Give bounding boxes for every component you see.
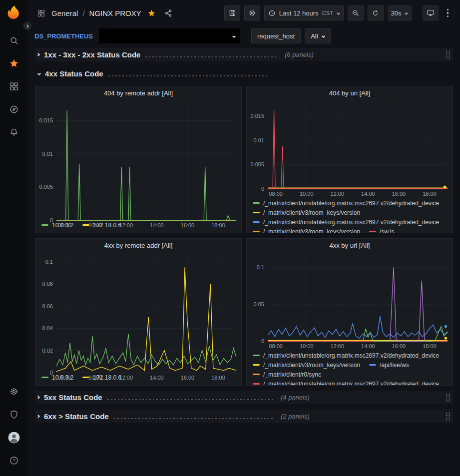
kebab-menu-button[interactable] <box>443 9 454 17</box>
legend-series-label: 10.0.3.2 <box>52 374 73 381</box>
legend-series-label: /sw.js <box>380 228 394 233</box>
svg-text:0.005: 0.005 <box>250 161 264 167</box>
legend-series-label: /_matrix/client/v3/room_keys/version <box>263 228 360 233</box>
panel-4xx-by-remote-addr: 4xx by remote addr [All] 08:0010:0012:00… <box>35 238 242 386</box>
breadcrumb-separator: / <box>82 9 84 17</box>
chart-area[interactable]: 08:0010:0012:0014:0016:0018:0000.0050.01… <box>35 100 241 220</box>
legend-series-swatch <box>253 383 260 385</box>
legend-item[interactable]: 172.18.0.6 <box>82 374 121 381</box>
chevron-right-icon <box>36 396 40 399</box>
explore-compass-icon[interactable] <box>7 102 21 116</box>
timeseries-graph[interactable]: 08:0010:0012:0014:0016:0018:0000.0050.01… <box>247 100 453 198</box>
svg-text:10:00: 10:00 <box>300 191 314 197</box>
legend-series-swatch <box>369 364 376 366</box>
sidebar-expand-button[interactable] <box>23 22 31 30</box>
search-icon[interactable] <box>7 33 21 47</box>
legend-item[interactable]: /_matrix/client/v3/room_keys/version <box>253 362 360 369</box>
settings-gear-icon[interactable] <box>7 385 21 399</box>
dashboard-title[interactable]: NGINX PROXY <box>89 9 141 17</box>
chevron-right-icon <box>36 53 40 56</box>
svg-text:0.01: 0.01 <box>254 137 264 143</box>
datasource-variable-label[interactable]: DS_PROMETHEUS <box>34 32 93 40</box>
grafana-logo-icon[interactable] <box>5 5 22 22</box>
timeseries-graph[interactable]: 08:0010:0012:0014:0016:0018:0000.020.040… <box>35 252 241 382</box>
request-host-dropdown[interactable]: All <box>305 28 330 43</box>
svg-text:0.01: 0.01 <box>42 151 53 157</box>
request-host-label: request_host <box>251 28 301 43</box>
legend-item[interactable]: /_matrix/client/unstable/org.matrix.msc2… <box>253 352 439 359</box>
timeseries-graph[interactable]: 08:0010:0012:0014:0016:0018:0000.050.1 <box>247 252 453 350</box>
clock-icon <box>268 9 276 17</box>
chart-area[interactable]: 08:0010:0012:0014:0016:0018:0000.050.1 <box>247 252 453 350</box>
share-icon[interactable] <box>162 6 175 19</box>
panel-legend: /_matrix/client/unstable/org.matrix.msc2… <box>247 350 453 385</box>
dotted-leader <box>144 56 278 58</box>
svg-text:0: 0 <box>261 186 264 192</box>
legend-item[interactable]: 172.18.0.6 <box>82 222 121 229</box>
legend-series-swatch <box>253 231 260 232</box>
help-icon[interactable]: ? <box>7 454 21 468</box>
row-title: 4xx Status Code <box>45 69 103 78</box>
chart-area[interactable]: 08:0010:0012:0014:0016:0018:0000.020.040… <box>35 252 241 372</box>
top-navigation: General / NGINX PROXY Last 12 hours CST … <box>27 0 460 26</box>
refresh-interval-dropdown[interactable]: 30s <box>388 5 412 20</box>
save-dashboard-button[interactable] <box>224 5 240 20</box>
refresh-interval-label: 30s <box>391 9 402 17</box>
legend-item[interactable]: /_matrix/client/r0/sync <box>253 371 321 378</box>
row-drag-handle[interactable] <box>446 50 451 59</box>
legend-item[interactable]: /_matrix/client/unstable/org.matrix.msc2… <box>253 200 439 207</box>
dashboard-settings-button[interactable] <box>244 5 260 20</box>
panel-title[interactable]: 4xx by remote addr [All] <box>35 239 241 252</box>
alerting-bell-icon[interactable] <box>7 125 21 139</box>
legend-item[interactable]: /_matrix/client/v3/room_keys/version <box>253 209 360 216</box>
chart-area[interactable]: 08:0010:0012:0014:0016:0018:0000.0050.01… <box>247 100 453 198</box>
panel-title[interactable]: 404 by remote addr [All] <box>35 86 241 100</box>
panel-title[interactable]: 4xx by uri [All] <box>247 239 453 252</box>
chevron-right-icon <box>25 24 28 27</box>
dotted-leader <box>106 399 274 401</box>
legend-item[interactable]: /_matrix/client/unstable/org.matrix.msc2… <box>253 219 439 226</box>
row-drag-handle[interactable] <box>446 412 451 421</box>
server-admin-shield-icon[interactable] <box>7 408 21 422</box>
row-panel-count: (4 panels) <box>281 394 310 401</box>
row-header-1xx-3xx-2xx[interactable]: 1xx - 3xx - 2xx Status Code (6 panels) <box>35 48 453 61</box>
svg-text:0.015: 0.015 <box>39 117 53 123</box>
legend-series-swatch <box>82 377 89 378</box>
svg-text:12:00: 12:00 <box>331 191 345 197</box>
save-icon <box>228 9 236 17</box>
refresh-button[interactable] <box>368 5 384 20</box>
panel-legend: /_matrix/client/unstable/org.matrix.msc2… <box>247 198 453 233</box>
legend-item[interactable]: 10.0.3.2 <box>41 222 73 229</box>
svg-text:0.005: 0.005 <box>39 184 53 190</box>
row-drag-handle[interactable] <box>446 393 451 402</box>
svg-text:14:00: 14:00 <box>361 343 375 349</box>
starred-dashboards-icon[interactable] <box>7 56 21 70</box>
timezone-label: CST <box>322 10 334 16</box>
legend-item[interactable]: 10.0.3.2 <box>41 374 73 381</box>
datasource-select[interactable] <box>99 28 240 43</box>
time-range-picker[interactable]: Last 12 hours CST <box>264 5 344 20</box>
row-header-6xx[interactable]: 6xx > Status Code (2 panels) <box>35 410 453 423</box>
legend-item[interactable]: /sw.js <box>369 228 394 233</box>
avatar[interactable] <box>7 431 21 445</box>
zoom-out-button[interactable] <box>348 5 364 20</box>
favorite-star-icon[interactable] <box>145 6 158 19</box>
apps-grid-icon[interactable] <box>34 6 47 19</box>
legend-item[interactable]: /_matrix/client/v3/room_keys/version <box>253 228 360 233</box>
cycle-view-button[interactable] <box>423 5 439 20</box>
breadcrumb-section[interactable]: General <box>51 9 78 17</box>
legend-series-swatch <box>253 364 260 366</box>
panel-title[interactable]: 404 by uri [All] <box>247 86 453 100</box>
chevron-down-icon <box>232 34 236 37</box>
svg-text:0.02: 0.02 <box>42 348 53 354</box>
chevron-down-icon <box>404 11 408 14</box>
row-header-5xx[interactable]: 5xx Status Code (4 panels) <box>35 391 453 404</box>
row-header-4xx[interactable]: 4xx Status Code <box>35 67 453 80</box>
svg-text:18:00: 18:00 <box>423 191 437 197</box>
row-title: 6xx > Status Code <box>44 412 109 421</box>
legend-item[interactable]: /api/live/ws <box>369 362 409 369</box>
timeseries-graph[interactable]: 08:0010:0012:0014:0016:0018:0000.0050.01… <box>35 100 241 229</box>
legend-item[interactable]: /_matrix/client/unstable/org.matrix.msc2… <box>253 381 439 386</box>
dashboards-icon[interactable] <box>7 79 21 93</box>
chevron-down-icon <box>37 72 41 75</box>
